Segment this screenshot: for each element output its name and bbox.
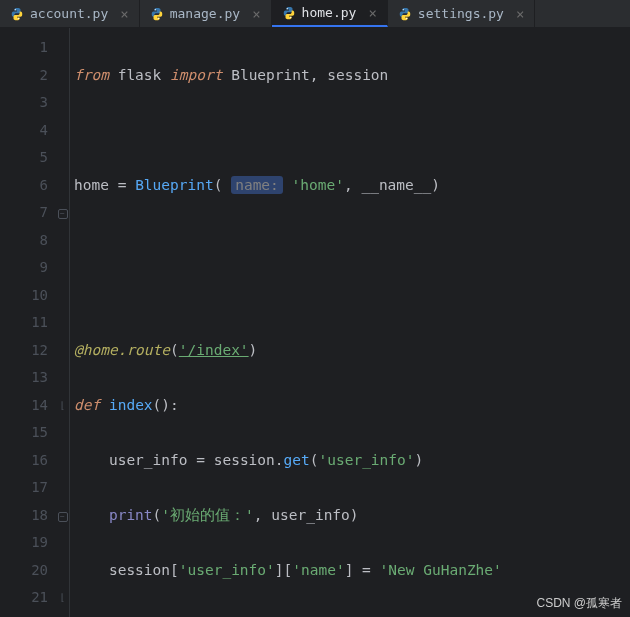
svg-point-2 [154,9,155,10]
tab-settings[interactable]: settings.py × [388,0,536,27]
line-number: 18 [0,502,48,530]
line-number: 1 [0,34,48,62]
editor: 1 2 3 4 5 6 7 8 9 10 11 12 13 14 15 16 1… [0,28,630,617]
python-icon [282,6,296,20]
svg-point-0 [15,9,16,10]
tab-label: settings.py [418,6,504,21]
line-number: 15 [0,419,48,447]
code-area[interactable]: from flask import Blueprint, session hom… [70,28,630,617]
tab-label: manage.py [170,6,240,21]
line-number: 7 [0,199,48,227]
python-icon [150,7,164,21]
line-number: 14 [0,392,48,420]
close-icon[interactable]: × [250,6,262,22]
line-number: 16 [0,447,48,475]
fold-column: − ⌊ − ⌊ [56,28,70,617]
line-number: 10 [0,282,48,310]
tab-label: home.py [302,5,357,20]
python-icon [398,7,412,21]
line-number: 12 [0,337,48,365]
line-number: 4 [0,117,48,145]
line-number: 11 [0,309,48,337]
line-number: 9 [0,254,48,282]
line-number: 3 [0,89,48,117]
svg-point-6 [402,9,403,10]
close-icon[interactable]: × [118,6,130,22]
svg-point-4 [286,8,287,9]
tab-manage[interactable]: manage.py × [140,0,272,27]
line-number: 2 [0,62,48,90]
tab-label: account.py [30,6,108,21]
fold-end-icon: ⌊ [56,392,69,420]
line-number: 17 [0,474,48,502]
line-number: 8 [0,227,48,255]
line-number: 5 [0,144,48,172]
line-number: 13 [0,364,48,392]
fold-icon[interactable]: − [56,199,69,227]
python-icon [10,7,24,21]
line-number: 6 [0,172,48,200]
svg-point-3 [158,17,159,18]
close-icon[interactable]: × [514,6,526,22]
close-icon[interactable]: × [366,5,378,21]
svg-point-1 [18,17,19,18]
svg-point-5 [290,16,291,17]
tab-account[interactable]: account.py × [0,0,140,27]
fold-end-icon: ⌊ [56,584,69,612]
line-gutter: 1 2 3 4 5 6 7 8 9 10 11 12 13 14 15 16 1… [0,28,56,617]
svg-point-7 [406,17,407,18]
line-number: 20 [0,557,48,585]
tab-home[interactable]: home.py × [272,0,388,27]
fold-icon[interactable]: − [56,502,69,530]
watermark: CSDN @孤寒者 [536,595,622,612]
tab-bar: account.py × manage.py × home.py × setti… [0,0,630,28]
line-number: 19 [0,529,48,557]
line-number: 21 [0,584,48,612]
